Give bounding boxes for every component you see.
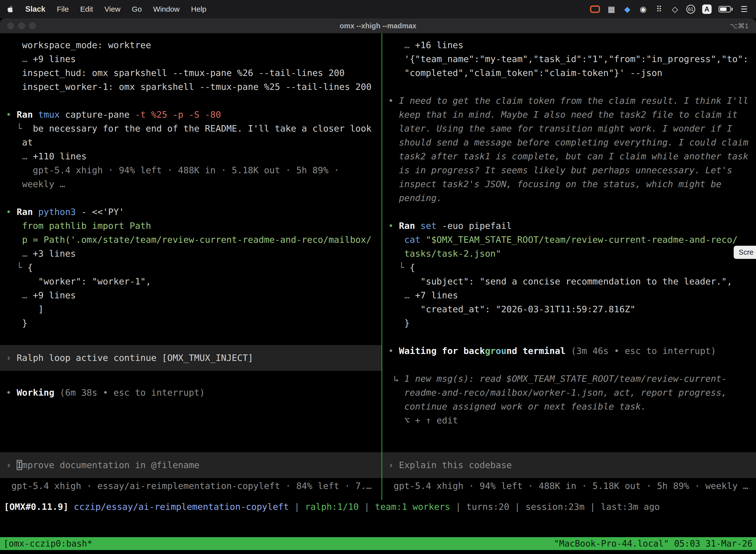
zoom-button[interactable] xyxy=(29,22,36,29)
terminal-line: • I need to get the claim token from the… xyxy=(382,94,756,108)
menu-item-go[interactable]: Go xyxy=(132,5,142,13)
text-segment: "created_at": "2026-03-31T11:59:27.816Z" xyxy=(388,304,635,314)
text-segment: └ xyxy=(6,123,33,133)
terminal-line: inspect task2's JSON, focusing on the st… xyxy=(382,177,756,191)
terminal-line: continue assigned work or next feasible … xyxy=(382,400,756,413)
text-segment: inspect_worker-1: omx sparkshell --tmux-… xyxy=(6,82,372,92)
battery-icon[interactable] xyxy=(718,4,733,14)
window-title-bar[interactable]: omx --xhigh --madmax ⌥⌘1 xyxy=(0,18,756,33)
text-segment: } xyxy=(388,318,410,328)
app-menu-slack[interactable]: Slack xyxy=(25,5,45,14)
text-segment: should send a message before completing … xyxy=(388,137,748,148)
text-segment: … xyxy=(388,40,415,50)
menu-item-file[interactable]: File xyxy=(57,5,69,13)
text-segment: "completed","claim_token":"claim-token"}… xyxy=(388,68,662,78)
blank-line xyxy=(382,330,756,344)
terminal-body: workspace_mode: worktree … +9 lines insp… xyxy=(0,33,756,500)
prompt-input[interactable]: › Explain this codebase xyxy=(382,452,756,478)
minimize-button[interactable] xyxy=(18,22,25,29)
text-segment: ou xyxy=(496,346,506,356)
text-segment: +9 lines xyxy=(33,290,76,300)
text-segment: gpt-5.4 xhigh · essay/ai-reimplementatio… xyxy=(6,481,372,491)
text-segment: (3m 46s • esc to interrupt) xyxy=(571,346,716,356)
terminal-line: … +16 lines xyxy=(382,38,756,52)
apple-logo xyxy=(7,5,14,13)
text-segment: -t %25 -p -S -80 xyxy=(135,109,221,120)
text-segment: python3 xyxy=(38,207,76,217)
close-button[interactable] xyxy=(7,22,14,29)
text-segment: { xyxy=(27,262,33,273)
text-segment: last:3m ago xyxy=(601,502,660,512)
terminal-line: } xyxy=(0,316,381,330)
blank-line xyxy=(382,358,756,372)
text-segment xyxy=(388,234,404,245)
terminal-line: p = Path('.omx/state/team/review-current… xyxy=(0,233,381,247)
tmux-session-label: [omx-cczip0:bash* xyxy=(3,539,92,549)
text-segment: capture-pane xyxy=(65,109,135,120)
text-segment: Ran xyxy=(17,109,38,120)
terminal-line: readme-and-reco/mailbox/worker-1.json, a… xyxy=(382,386,756,400)
text-segment: be necessary for the end of the README. … xyxy=(33,123,371,133)
badge-61-icon[interactable]: 61 xyxy=(686,5,695,14)
text-segment: • xyxy=(6,387,17,398)
input-source-icon[interactable]: A xyxy=(702,4,712,14)
menu-item-edit[interactable]: Edit xyxy=(80,5,93,13)
text-segment: … xyxy=(6,54,33,64)
terminal-line: ↳ 1 new msg(s): read $OMX_TEAM_STATE_ROO… xyxy=(382,372,756,386)
text-segment: is in progress? It seems likely but perh… xyxy=(388,165,732,175)
text-segment: Ran xyxy=(17,207,38,217)
text-segment: [OMX#0.11.9] xyxy=(4,502,74,512)
control-center-icon[interactable]: ☰ xyxy=(740,4,749,14)
terminal-line: at xyxy=(0,135,381,150)
text-segment: '{"team_name":"my-team","task_id":"1","f… xyxy=(388,54,748,64)
apple-menu-icon[interactable] xyxy=(7,5,14,13)
terminal-line: … +9 lines xyxy=(0,52,381,66)
menu-item-window[interactable]: Window xyxy=(153,5,180,13)
text-segment: nd terminal xyxy=(506,346,571,356)
text-segment: ↳ xyxy=(388,374,404,384)
terminal-line: ⌥ + ↑ edit xyxy=(382,413,756,428)
battery-nub xyxy=(732,8,733,11)
text-segment: +16 lines xyxy=(415,40,463,50)
text-segment: › xyxy=(388,460,399,470)
text-segment: … xyxy=(6,151,33,161)
utility-icon[interactable]: ◇ xyxy=(671,4,679,14)
terminal-line: … +7 lines xyxy=(382,288,756,302)
menu-item-view[interactable]: View xyxy=(105,5,120,13)
menu-item-help[interactable]: Help xyxy=(191,5,206,13)
traffic-lights xyxy=(7,22,36,29)
terminal-line: inspect_worker-1: omx sparkshell --tmux-… xyxy=(0,80,381,94)
terminal-line: gpt-5.4 xhigh · 94% left · 488K in · 5.1… xyxy=(0,163,381,177)
terminal-line: should send a message before completing … xyxy=(382,135,756,150)
text-segment: • xyxy=(388,96,399,106)
terminal-line: ] xyxy=(0,302,381,316)
right-pane[interactable]: … +16 lines '{"team_name":"my-team","tas… xyxy=(382,33,756,500)
left-pane[interactable]: workspace_mode: worktree … +9 lines insp… xyxy=(0,33,381,500)
dots-grid-icon[interactable]: ⠿ xyxy=(654,4,664,14)
prompt-input[interactable]: › Improve documentation in @filename xyxy=(0,452,381,478)
text-segment: Waiting for back xyxy=(399,346,485,356)
terminal-line: from pathlib import Path xyxy=(0,219,381,233)
terminal-line: … +9 lines xyxy=(0,288,381,302)
terminal-line: } xyxy=(382,316,756,330)
text-segment: -euo pipefail xyxy=(437,221,512,231)
text-segment: "$OMX_TEAM_STATE_ROOT/team/review-curren… xyxy=(426,234,738,245)
text-segment: Explain this codebase xyxy=(399,460,512,470)
blank-line xyxy=(382,80,756,94)
text-segment: inspect_hud: omx sparkshell --tmux-pane … xyxy=(6,68,344,78)
ralph-loop-banner[interactable]: › Ralph loop active continue [OMX_TMUX_I… xyxy=(0,345,381,371)
blank-line xyxy=(0,191,381,205)
screen-recording-icon[interactable] xyxy=(590,5,600,13)
app-circle-icon[interactable]: ◉ xyxy=(639,4,648,14)
terminal-line: … +110 lines xyxy=(0,150,381,163)
text-segment: workspace_mode: worktree xyxy=(6,40,151,50)
grid-icon[interactable]: ▦ xyxy=(607,4,616,14)
right-pane-footer: › Explain this codebase gpt-5.4 xhigh · … xyxy=(382,451,756,493)
text-segment: weekly … xyxy=(6,179,65,189)
terminal-line: keep that in mind. Maybe I also need the… xyxy=(382,108,756,122)
text-segment: later. Using the same for transition mig… xyxy=(388,123,732,133)
raycast-icon[interactable]: ◆ xyxy=(623,4,632,14)
text-segment: ] xyxy=(6,304,44,314)
screen: Slack FileEditViewGoWindowHelp ▦◆◉⠿◇61A☰… xyxy=(0,0,756,554)
terminal-line: '{"team_name":"my-team","task_id":"1","f… xyxy=(382,52,756,66)
